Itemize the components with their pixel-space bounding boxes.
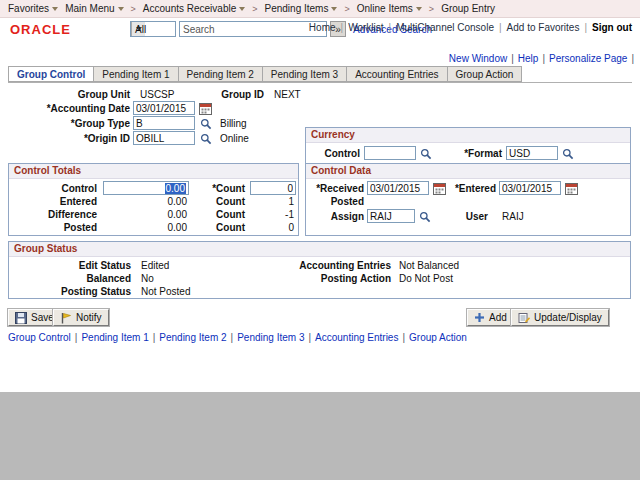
difference-count-value: -1 bbox=[250, 209, 294, 220]
search-input[interactable] bbox=[179, 21, 327, 37]
posted-amount-label: Posted bbox=[13, 222, 97, 233]
origin-id-field[interactable] bbox=[133, 131, 195, 145]
separator: | bbox=[499, 22, 502, 33]
add-button-label: Add bbox=[489, 312, 507, 323]
posting-action-value: Do Not Post bbox=[399, 273, 453, 284]
posting-status-label: Posting Status bbox=[13, 286, 131, 297]
entered-date-field[interactable] bbox=[499, 181, 561, 195]
separator: | bbox=[389, 22, 392, 33]
breadcrumb-separator: > bbox=[344, 4, 349, 14]
group-type-label: *Group Type bbox=[8, 118, 130, 129]
breadcrumb-item-main-menu[interactable]: Main Menu bbox=[65, 3, 123, 14]
currency-control-lookup-button[interactable] bbox=[418, 146, 433, 161]
personalize-page-link[interactable]: Personalize Page bbox=[549, 53, 627, 64]
group-status-groupbox: Group Status Edit Status Edited Accounti… bbox=[8, 241, 631, 299]
breadcrumb-item-group-entry[interactable]: Group Entry bbox=[441, 3, 495, 14]
received-date-field[interactable] bbox=[367, 181, 429, 195]
group-type-field[interactable] bbox=[133, 116, 195, 130]
control-totals-groupbox-title: Control Totals bbox=[9, 164, 298, 179]
balanced-value: No bbox=[141, 273, 154, 284]
tab-pending-item-2[interactable]: Pending Item 2 bbox=[179, 66, 263, 82]
notify-button-label: Notify bbox=[76, 312, 102, 323]
sign-out-link[interactable]: Sign out bbox=[592, 22, 632, 33]
breadcrumb-separator: > bbox=[252, 4, 257, 14]
group-id-value: NEXT bbox=[274, 89, 301, 100]
currency-groupbox: Currency Control *Format bbox=[305, 127, 631, 164]
origin-id-lookup-button[interactable] bbox=[198, 131, 213, 146]
breadcrumb-separator: > bbox=[429, 4, 434, 14]
accounting-date-calendar-button[interactable] bbox=[198, 101, 213, 116]
tab-group-action[interactable]: Group Action bbox=[448, 66, 523, 82]
breadcrumb: Favorites Main Menu > Accounts Receivabl… bbox=[0, 0, 640, 18]
home-link[interactable]: Home bbox=[309, 22, 336, 33]
currency-control-field[interactable] bbox=[364, 146, 416, 160]
selected-text: 0.00 bbox=[165, 183, 186, 194]
separator: | bbox=[542, 53, 545, 64]
origin-id-description: Online bbox=[220, 133, 249, 144]
footer-link-pending-item-1[interactable]: Pending Item 1 bbox=[81, 332, 148, 343]
currency-format-field[interactable] bbox=[506, 146, 558, 160]
add-to-favorites-link[interactable]: Add to Favorites bbox=[507, 22, 580, 33]
tab-pending-item-3[interactable]: Pending Item 3 bbox=[263, 66, 347, 82]
multichannel-console-link[interactable]: MultiChannel Console bbox=[396, 22, 494, 33]
save-button-label: Save bbox=[31, 312, 54, 323]
footer-link-group-action[interactable]: Group Action bbox=[409, 332, 467, 343]
breadcrumb-item-favorites[interactable]: Favorites bbox=[8, 3, 58, 14]
breadcrumb-label: Main Menu bbox=[65, 3, 114, 14]
control-totals-groupbox: Control Totals Control 0.00 *Count Enter… bbox=[8, 163, 299, 236]
header-links: Home | Worklist | MultiChannel Console |… bbox=[309, 22, 632, 33]
tab-strip: Group Control Pending Item 1 Pending Ite… bbox=[8, 66, 522, 82]
separator: | bbox=[511, 53, 514, 64]
calendar-icon bbox=[199, 102, 212, 115]
breadcrumb-item-pending-items[interactable]: Pending Items bbox=[265, 3, 338, 14]
currency-format-label: *Format bbox=[456, 148, 502, 159]
breadcrumb-item-accounts-receivable[interactable]: Accounts Receivable bbox=[143, 3, 245, 14]
currency-format-lookup-button[interactable] bbox=[560, 146, 575, 161]
entered-amount-value: 0.00 bbox=[103, 196, 187, 207]
received-date-label: *Received bbox=[308, 183, 364, 194]
notify-button[interactable]: Notify bbox=[53, 309, 109, 326]
search-scope-dropdown[interactable]: All bbox=[130, 21, 176, 37]
currency-groupbox-title: Currency bbox=[306, 128, 630, 143]
assign-lookup-button[interactable] bbox=[417, 209, 432, 224]
control-amount-field[interactable]: 0.00 bbox=[103, 181, 189, 195]
tab-group-control[interactable]: Group Control bbox=[8, 66, 94, 82]
accounting-date-label: *Accounting Date bbox=[8, 103, 130, 114]
tab-pending-item-1[interactable]: Pending Item 1 bbox=[94, 66, 178, 82]
posted-date-label: Posted bbox=[308, 196, 364, 207]
oracle-logo: ORACLE bbox=[10, 22, 71, 37]
footer-link-pending-item-2[interactable]: Pending Item 2 bbox=[159, 332, 226, 343]
chevron-down-icon bbox=[52, 7, 58, 11]
entered-count-label: Count bbox=[195, 196, 245, 207]
group-type-description: Billing bbox=[220, 118, 247, 129]
help-link[interactable]: Help bbox=[518, 53, 539, 64]
accounting-date-field[interactable] bbox=[133, 101, 195, 115]
group-status-groupbox-title: Group Status bbox=[9, 242, 630, 257]
separator: | bbox=[402, 332, 405, 343]
received-date-calendar-button[interactable] bbox=[432, 181, 447, 196]
group-type-lookup-button[interactable] bbox=[198, 116, 213, 131]
group-id-label: Group ID bbox=[198, 89, 264, 100]
currency-control-label: Control bbox=[312, 148, 360, 159]
magnifier-icon bbox=[420, 148, 432, 160]
entered-amount-label: Entered bbox=[13, 196, 97, 207]
plus-icon bbox=[474, 312, 485, 323]
footer-link-group-control[interactable]: Group Control bbox=[8, 332, 71, 343]
control-count-field[interactable] bbox=[250, 181, 296, 195]
assign-field[interactable] bbox=[367, 209, 415, 223]
tab-accounting-entries[interactable]: Accounting Entries bbox=[347, 66, 447, 82]
header-bar: ORACLE All » Advanced Search Home | Work… bbox=[0, 18, 640, 40]
worklist-link[interactable]: Worklist bbox=[348, 22, 383, 33]
magnifier-icon bbox=[562, 148, 574, 160]
edit-status-label: Edit Status bbox=[13, 260, 131, 271]
footer-link-accounting-entries[interactable]: Accounting Entries bbox=[315, 332, 398, 343]
update-display-icon bbox=[518, 312, 530, 324]
page-content: Favorites Main Menu > Accounts Receivabl… bbox=[0, 0, 640, 392]
breadcrumb-item-online-items[interactable]: Online Items bbox=[357, 3, 422, 14]
new-window-link[interactable]: New Window bbox=[449, 53, 507, 64]
breadcrumb-label: Online Items bbox=[357, 3, 413, 14]
add-button[interactable]: Add bbox=[467, 309, 514, 326]
footer-link-pending-item-3[interactable]: Pending Item 3 bbox=[237, 332, 304, 343]
update-display-button[interactable]: Update/Display bbox=[511, 309, 609, 326]
entered-date-calendar-button[interactable] bbox=[564, 181, 579, 196]
